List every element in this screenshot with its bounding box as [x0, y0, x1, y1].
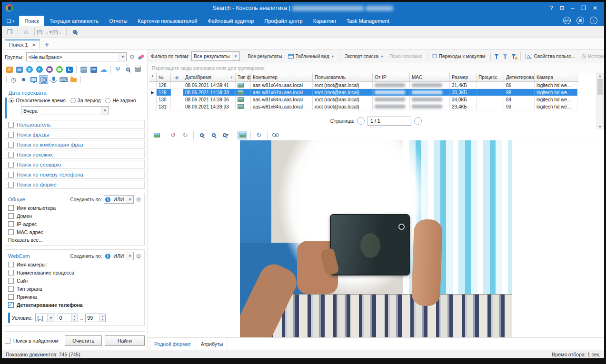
api-icon[interactable]: API	[563, 17, 571, 24]
filter-section[interactable]: Поиск по номеру телефона	[5, 170, 145, 179]
filter-section[interactable]: Поиск фразы	[5, 130, 145, 139]
checkbox-row[interactable]: IP-адрес	[8, 220, 141, 228]
chevron-down-icon[interactable]: ▼	[47, 314, 55, 322]
page-input[interactable]	[368, 117, 411, 126]
webcam-join-select[interactable]: ИЛИ ▼	[104, 252, 134, 260]
chevron-down-icon[interactable]: ▾	[50, 30, 51, 34]
radio-icon[interactable]	[9, 98, 14, 103]
sort-filter-icon[interactable]: ▼	[230, 76, 233, 79]
radio-option[interactable]: Не задано	[105, 98, 136, 103]
filter-by-type-select[interactable]: Все результаты ▼	[191, 51, 240, 61]
checkbox-icon[interactable]	[8, 229, 14, 235]
windows-icon[interactable]: ❐	[5, 28, 14, 36]
viewer-tab[interactable]: Атрибуты	[196, 338, 228, 350]
id-search-icon[interactable]: ID	[70, 28, 79, 36]
column-header-mac[interactable]: MAC	[410, 73, 450, 81]
usb-icon[interactable]: Ψ	[113, 65, 122, 74]
checkbox-icon[interactable]	[8, 132, 14, 138]
ftp-icon[interactable]: FTP	[89, 65, 98, 74]
column-header-size[interactable]: Размер	[450, 73, 477, 81]
checkbox-icon[interactable]	[8, 122, 14, 128]
checkbox-row[interactable]: Домен	[8, 212, 141, 220]
checkbox-icon[interactable]	[8, 205, 14, 211]
table-row[interactable]: 13008.06.2021 14:39:36aas-w81x64ru.aas.l…	[149, 96, 578, 103]
chevron-down-icon[interactable]: ▼	[119, 53, 126, 61]
table-row[interactable]: 13108.06.2021 14:39:33aas-w81x64ru.aas.l…	[149, 103, 578, 110]
gear-icon[interactable]: ⚙	[136, 253, 141, 260]
chevron-down-icon[interactable]: ▼	[126, 196, 133, 203]
restore-icon[interactable]: ❐	[581, 5, 586, 11]
help-icon[interactable]: ?	[550, 5, 553, 11]
cloud-icon[interactable]: ☁	[99, 65, 108, 74]
menu-tab[interactable]: Поиск	[19, 16, 44, 26]
whatsapp-icon[interactable]: ☎	[55, 65, 64, 74]
table-view-button[interactable]: Табличный вид▼	[286, 52, 337, 60]
splitter-handle[interactable]: ·····	[148, 126, 604, 130]
common-join-select[interactable]: ИЛИ ▼	[104, 195, 134, 204]
clear-button[interactable]: Очистить	[65, 335, 102, 346]
image-save-icon[interactable]	[152, 131, 161, 139]
spin-down-icon[interactable]: ▼	[99, 318, 105, 322]
checkbox-icon[interactable]	[8, 270, 14, 275]
checkbox-icon[interactable]	[8, 162, 14, 167]
lync-icon[interactable]: L	[65, 65, 74, 74]
refresh-icon[interactable]: ↻	[254, 131, 264, 139]
next-page-button[interactable]: →	[414, 117, 422, 125]
checkbox-icon[interactable]	[8, 213, 14, 219]
column-header-user[interactable]: Пользователь	[313, 73, 373, 81]
column-header-tag[interactable]: ◈	[171, 73, 183, 81]
table-row[interactable]: 12808.06.2021 14:39:41aas-w81x64ru.aas.l…	[149, 82, 578, 89]
user-properties-button[interactable]: Свойства пользо...	[524, 52, 577, 60]
filter-section[interactable]: Поиск по форме	[5, 180, 145, 189]
checkbox-icon[interactable]	[8, 278, 14, 284]
user-activity-icon[interactable]: ☻	[19, 75, 28, 84]
checkbox-icon[interactable]	[8, 262, 14, 267]
column-header-camera[interactable]: Камера	[535, 73, 577, 81]
checkbox-icon[interactable]	[8, 172, 14, 177]
menu-tab[interactable]: Карточки пользователей	[132, 16, 202, 26]
chevron-down-icon[interactable]: ▼	[232, 52, 239, 60]
condition-from-input[interactable]	[58, 314, 71, 322]
checkbox-icon[interactable]	[8, 294, 14, 300]
rotate-left-icon[interactable]: ↺	[169, 131, 178, 139]
checkbox-row[interactable]: Тип экрана	[8, 285, 141, 293]
chevron-down-icon[interactable]: ▼	[101, 107, 109, 115]
search-in-found-checkbox[interactable]	[5, 338, 10, 344]
filter-section[interactable]: Поиск похожих	[5, 150, 145, 159]
column-header-from_ip[interactable]: От IP	[373, 73, 410, 81]
scroll-up-icon[interactable]: ▲	[598, 74, 602, 78]
checkbox-row[interactable]: Имя компьютера	[8, 204, 141, 212]
column-header-num[interactable]: №	[157, 73, 171, 81]
zoom-select-icon[interactable]: ▾	[221, 131, 230, 139]
column-header-computer[interactable]: Компьютер	[251, 73, 313, 81]
im-icon[interactable]: IM	[15, 65, 24, 74]
pin-window-icon[interactable]: ⊡	[559, 5, 564, 11]
checkbox-icon[interactable]	[8, 182, 14, 187]
radio-selected[interactable]: Относительное время	[9, 98, 66, 103]
tab-search-1[interactable]: Поиск 1 ✕	[5, 39, 40, 49]
column-header-type[interactable]: Тип фа	[236, 73, 251, 81]
microphone-icon[interactable]	[49, 75, 58, 84]
zoom-out-icon[interactable]: −	[209, 131, 219, 139]
group-by-bar[interactable]: Перетащите сюда заголовок поля для групп…	[148, 63, 604, 73]
skype-icon[interactable]: S	[25, 65, 34, 74]
main-menu-button[interactable]: ❏▾	[7, 18, 14, 24]
zoom-in-icon[interactable]: +	[197, 131, 207, 139]
radio-icon[interactable]	[70, 98, 76, 103]
filter-edit-icon[interactable]	[511, 53, 517, 59]
checkbox-icon[interactable]	[8, 152, 14, 157]
menu-tab[interactable]: Профайл центр	[259, 16, 308, 26]
condition-from-stepper[interactable]: ▲▼	[58, 314, 78, 322]
eye-icon[interactable]	[271, 131, 280, 139]
radio-option[interactable]: За период	[70, 98, 101, 103]
column-header-star[interactable]: *	[149, 73, 157, 81]
keylogger-icon[interactable]: ⌨	[59, 75, 68, 84]
menu-tab[interactable]: Task Management	[341, 16, 395, 26]
gear-icon[interactable]: ⚙	[129, 53, 135, 60]
menu-tab[interactable]: Файловый аудитор	[202, 16, 259, 26]
gear-icon[interactable]: ⚙	[136, 196, 141, 203]
column-header-detected[interactable]: Детектирова	[504, 73, 535, 81]
filter-clear-icon[interactable]	[502, 53, 509, 59]
add-tab-button[interactable]: +	[45, 40, 49, 49]
close-icon[interactable]: ✕	[32, 42, 36, 48]
